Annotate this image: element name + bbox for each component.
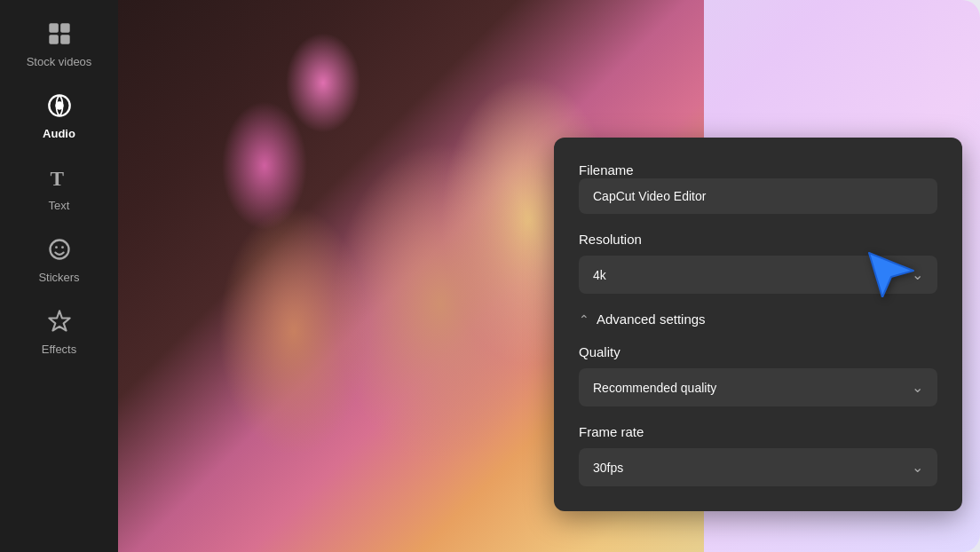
sidebar-item-label-text: Text [49,199,70,212]
svg-text:T: T [50,167,64,190]
stickers-icon [47,237,72,265]
frame-rate-dropdown[interactable]: 30fps ⌄ [579,448,937,486]
svg-rect-3 [60,35,70,43]
svg-rect-1 [60,23,70,32]
audio-icon [47,93,72,122]
effects-icon [47,309,72,337]
quality-dropdown[interactable]: Recommended quality ⌄ [579,368,937,406]
text-icon: T [47,165,72,193]
frame-rate-chevron-icon: ⌄ [912,459,923,476]
sidebar-item-stickers[interactable]: Stickers [0,225,118,296]
svg-marker-11 [869,253,913,297]
quality-value: Recommended quality [593,381,716,395]
frame-rate-label: Frame rate [579,424,937,439]
resolution-value: 4k [593,268,606,282]
svg-point-8 [55,246,58,248]
svg-rect-0 [49,23,59,32]
stock-videos-icon [47,21,72,50]
sidebar-item-label-audio: Audio [43,127,75,140]
advanced-settings-toggle[interactable]: ⌃ Advanced settings [579,311,937,327]
resolution-label: Resolution [579,232,937,247]
sidebar-item-label-stickers: Stickers [38,271,79,284]
svg-marker-10 [49,311,69,330]
sidebar: Stock videos Audio T Text [0,0,118,552]
advanced-settings-label: Advanced settings [597,311,706,327]
sidebar-item-label-stock-videos: Stock videos [27,55,92,68]
svg-point-7 [50,241,68,259]
sidebar-item-text[interactable]: T Text [0,153,118,225]
svg-rect-2 [49,35,59,43]
frame-rate-value: 30fps [593,461,623,475]
sidebar-item-audio[interactable]: Audio [0,81,118,153]
sidebar-item-effects[interactable]: Effects [0,296,118,368]
quality-chevron-icon: ⌄ [912,379,923,396]
svg-point-9 [61,246,64,248]
filename-label: Filename [579,162,634,177]
filename-input[interactable] [579,178,937,214]
quality-label: Quality [579,344,937,359]
sidebar-item-stock-videos[interactable]: Stock videos [0,9,118,81]
advanced-settings-chevron-icon: ⌃ [579,312,589,327]
export-panel: Filename Resolution 4k ⌄ ⌃ Advanced sett… [554,138,962,511]
sidebar-item-label-effects: Effects [42,343,77,356]
